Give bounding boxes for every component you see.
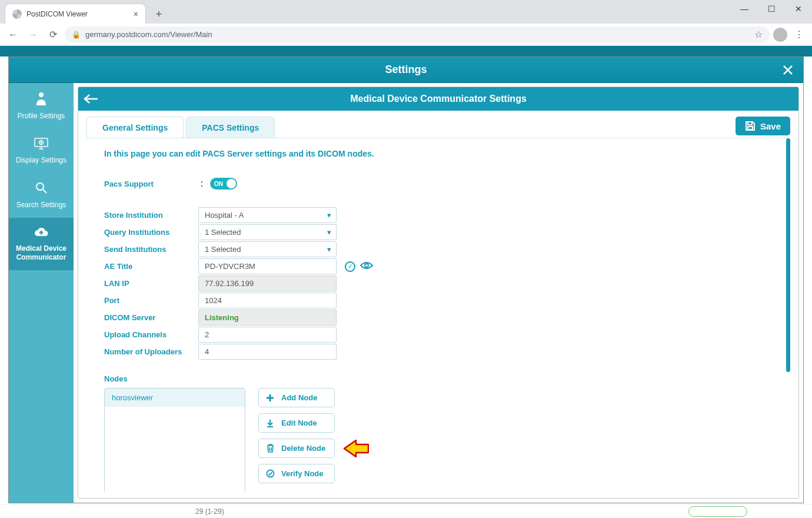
sidebar-item-profile-settings[interactable]: Profile Settings [9, 83, 74, 129]
url-bar[interactable]: 🔒 germany.postdicom.com/Viewer/Main ☆ [65, 26, 770, 43]
colon: : [198, 178, 205, 189]
bookmark-star-icon[interactable]: ☆ [754, 29, 763, 40]
query-institutions-select[interactable]: 1 Selected ▾ [198, 224, 337, 240]
sidebar-item-label: Medical Device Communicator [16, 244, 66, 261]
url-path: /Viewer/Main [168, 30, 212, 39]
panel-back-button[interactable] [78, 94, 104, 104]
new-tab-button[interactable]: + [151, 6, 167, 22]
ae-title-row: AE Title PD-YDVCR3M ✓ [104, 258, 767, 275]
nodes-list[interactable]: horosviewer [104, 388, 245, 492]
button-label: Verify Node [281, 469, 324, 478]
field-label: Pacs Support [104, 180, 198, 188]
favicon [12, 9, 22, 19]
dicom-server-row: DICOM Server Listening [104, 309, 767, 326]
app-topbar [0, 46, 812, 57]
sidebar-item-medical-device-communicator[interactable]: Medical Device Communicator [9, 218, 74, 271]
select-value: 1 Selected [205, 228, 241, 237]
send-institutions-select[interactable]: 1 Selected ▾ [198, 241, 337, 257]
sidebar-item-display-settings[interactable]: Display Settings [9, 129, 74, 174]
tab-close-icon[interactable]: × [134, 9, 138, 19]
intro-text: In this page you can edit PACS Server se… [104, 149, 767, 158]
settings-modal: Settings Profile Settings Display Settin… [8, 57, 804, 503]
pacs-support-row: Pacs Support : ON [104, 175, 767, 192]
store-institution-select[interactable]: Hospital - A ▾ [198, 207, 337, 223]
port-row: Port 1024 [104, 292, 767, 309]
window-minimize-button[interactable]: — [731, 0, 758, 18]
chevron-down-icon: ▾ [327, 211, 331, 220]
port-input[interactable]: 1024 [198, 293, 337, 308]
url-host: germany.postdicom.com [85, 30, 168, 39]
save-button-label: Save [760, 121, 781, 131]
back-button[interactable]: ← [5, 26, 21, 43]
node-item[interactable]: horosviewer [105, 388, 245, 407]
field-label: Query Institutions [104, 228, 198, 237]
button-label: Add Node [281, 393, 317, 402]
window-controls: — ☐ ✕ [731, 0, 812, 18]
tab-title: PostDICOM Viewer [26, 10, 88, 18]
settings-sidebar: Profile Settings Display Settings Search… [9, 83, 74, 503]
tab-general-settings[interactable]: General Settings [86, 117, 184, 138]
field-label: Upload Channels [104, 330, 198, 339]
input-value: PD-YDVCR3M [205, 262, 255, 271]
window-maximize-button[interactable]: ☐ [758, 0, 785, 18]
delete-node-button[interactable]: Delete Node [258, 439, 335, 458]
field-label: Store Institution [104, 211, 198, 220]
background-button [688, 506, 747, 517]
scroll-content: In this page you can edit PACS Server se… [86, 138, 784, 492]
content-scrollbar[interactable] [786, 138, 790, 492]
field-label: DICOM Server [104, 313, 198, 322]
person-icon [11, 91, 71, 109]
forward-button[interactable]: → [25, 26, 41, 43]
browser-title-bar: PostDICOM Viewer × + — ☐ ✕ [0, 0, 812, 24]
toggle-label: ON [214, 181, 223, 187]
settings-main: Medical Device Communicator Settings Gen… [74, 83, 803, 503]
settings-modal-title: Settings [385, 64, 427, 76]
verify-node-button[interactable]: Verify Node [258, 464, 335, 483]
store-institution-row: Store Institution Hospital - A ▾ [104, 207, 767, 224]
ae-title-input[interactable]: PD-YDVCR3M [198, 258, 337, 274]
select-value: 1 Selected [205, 245, 241, 254]
edit-node-button[interactable]: Edit Node [258, 413, 335, 433]
svg-rect-11 [748, 122, 752, 125]
add-node-button[interactable]: Add Node [258, 388, 335, 407]
num-uploaders-row: Number of Uploaders 4 [104, 343, 767, 360]
chevron-down-icon: ▾ [327, 228, 331, 237]
settings-modal-header: Settings [9, 57, 803, 83]
nodes-label: Nodes [104, 374, 767, 383]
select-value: Hospital - A [205, 211, 244, 220]
upload-channels-input[interactable]: 2 [198, 327, 337, 343]
panel-header: Medical Device Communicator Settings [78, 87, 798, 111]
field-label: Send Institutions [104, 245, 198, 254]
svg-point-13 [365, 264, 368, 267]
window-close-button[interactable]: ✕ [785, 0, 812, 18]
dicom-server-status: Listening [198, 310, 337, 326]
save-button[interactable]: Save [736, 117, 790, 135]
lock-icon: 🔒 [72, 31, 81, 39]
scrollbar-thumb[interactable] [786, 138, 790, 372]
sidebar-item-label: Display Settings [16, 156, 66, 164]
background-footer: 29 (1-29) [0, 504, 812, 518]
browser-profile-button[interactable] [773, 28, 787, 42]
button-label: Delete Node [281, 444, 325, 453]
chevron-down-icon: ▾ [327, 245, 331, 254]
svg-rect-12 [748, 127, 753, 130]
reload-button[interactable]: ⟳ [45, 26, 61, 43]
panel-title: Medical Device Communicator Settings [350, 94, 527, 104]
settings-close-button[interactable] [780, 62, 796, 78]
item-count-text: 29 (1-29) [195, 507, 224, 516]
panel-tabs: General Settings PACS Settings [86, 117, 277, 138]
field-label: Port [104, 296, 198, 305]
send-institutions-row: Send Institutions 1 Selected ▾ [104, 241, 767, 258]
highlight-arrow-icon [343, 440, 369, 457]
browser-tab[interactable]: PostDICOM Viewer × [5, 4, 146, 24]
browser-menu-button[interactable]: ⋮ [791, 26, 807, 43]
save-icon [745, 121, 756, 131]
num-uploaders-input[interactable]: 4 [198, 344, 337, 360]
eye-icon[interactable] [360, 261, 373, 272]
sidebar-item-search-settings[interactable]: Search Settings [9, 173, 74, 218]
svg-point-5 [41, 142, 42, 143]
pacs-support-toggle[interactable]: ON [210, 178, 237, 190]
tab-pacs-settings[interactable]: PACS Settings [186, 117, 275, 138]
input-value: 2 [205, 330, 209, 339]
validate-icon[interactable]: ✓ [345, 261, 355, 272]
